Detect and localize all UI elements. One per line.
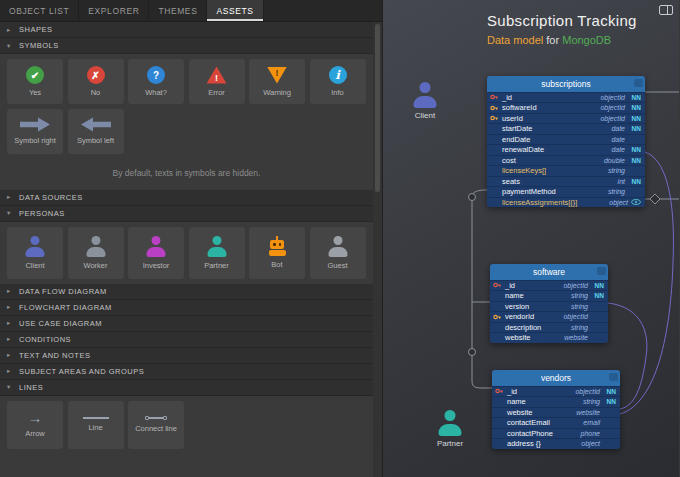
entity-header[interactable]: subscriptions bbox=[487, 76, 645, 92]
section-header-data-sources[interactable]: ▸ DATA SOURCES bbox=[0, 190, 373, 206]
tile-label: Client bbox=[25, 261, 44, 270]
tile-label: Worker bbox=[83, 261, 107, 270]
asset-tile-what[interactable]: ? What? bbox=[128, 59, 184, 104]
field-row[interactable]: address {} object bbox=[492, 438, 620, 449]
field-row[interactable]: website website bbox=[492, 407, 620, 418]
primary-key-icon bbox=[495, 387, 504, 395]
field-row[interactable]: cost double NN bbox=[487, 155, 645, 166]
field-row[interactable]: _id objectId NN bbox=[492, 386, 620, 397]
persona-tile-guest[interactable]: Guest bbox=[310, 227, 366, 279]
primary-key-icon bbox=[490, 93, 499, 101]
section-header-conditions[interactable]: ▸ CONDITIONS bbox=[0, 332, 373, 348]
foreign-key-icon bbox=[490, 114, 499, 122]
field-row[interactable]: endDate date bbox=[487, 134, 645, 145]
field-row[interactable]: _id objectId NN bbox=[487, 92, 645, 103]
field-name: _id bbox=[507, 387, 572, 396]
eye-icon bbox=[631, 199, 641, 205]
panel-toggle-icon[interactable] bbox=[659, 5, 673, 15]
field-name: licenseAssignments[{}] bbox=[502, 198, 606, 207]
field-row[interactable]: version string bbox=[490, 301, 608, 312]
diagram-subtitle: Data model for MongoDB bbox=[487, 34, 611, 46]
field-row[interactable]: description string bbox=[490, 322, 608, 333]
lines-tile-line[interactable]: Line bbox=[68, 401, 124, 449]
tile-label: Symbol right bbox=[14, 136, 56, 145]
persona-bust-icon bbox=[145, 236, 167, 257]
asset-tile-symbol-right[interactable]: Symbol right bbox=[7, 109, 63, 154]
field-type: objectId bbox=[563, 282, 588, 289]
field-row[interactable]: userId objectId NN bbox=[487, 113, 645, 124]
section-header-data-flow-diagram[interactable]: ▸ DATA FLOW DIAGRAM bbox=[0, 284, 373, 300]
section-header-symbols[interactable]: ▾ SYMBOLS bbox=[0, 38, 373, 54]
field-row[interactable]: name string NN bbox=[492, 396, 620, 407]
field-row[interactable]: vendorId objectId bbox=[490, 311, 608, 322]
scrollbar-thumb[interactable] bbox=[375, 24, 380, 192]
field-row[interactable]: name string NN bbox=[490, 290, 608, 301]
field-row[interactable]: seats int NN bbox=[487, 176, 645, 187]
field-name: contactEmail bbox=[507, 418, 580, 427]
persona-tile-investor[interactable]: Investor bbox=[128, 227, 184, 279]
entity-vendors[interactable]: vendors _id objectId NN name string NN bbox=[492, 370, 620, 449]
section-label: CONDITIONS bbox=[19, 335, 71, 344]
entity-collapse-button[interactable] bbox=[634, 79, 643, 87]
asset-tile-warning[interactable]: ! Warning bbox=[249, 59, 305, 104]
field-row[interactable]: renewalDate date NN bbox=[487, 144, 645, 155]
field-row[interactable]: licenseAssignments[{}] object bbox=[487, 197, 645, 208]
tab-explorer[interactable]: EXPLORER bbox=[79, 0, 149, 21]
asset-tile-no[interactable]: ✗ No bbox=[68, 59, 124, 104]
entity-subscriptions[interactable]: subscriptions _id objectId NN softwareId… bbox=[487, 76, 645, 207]
lines-tile-connect-line[interactable]: Connect line bbox=[128, 401, 184, 449]
asset-tile-info[interactable]: i Info bbox=[310, 59, 366, 104]
tab-assets[interactable]: ASSETS bbox=[207, 0, 263, 21]
persona-tile-client[interactable]: Client bbox=[7, 227, 63, 279]
chevron-right-icon: ▸ bbox=[7, 319, 14, 327]
entity-software[interactable]: software _id objectId NN name string NN bbox=[490, 264, 608, 343]
tile-label: Partner bbox=[204, 261, 229, 270]
tab-themes[interactable]: THEMES bbox=[149, 0, 207, 21]
field-row[interactable]: licenseKeys[] string bbox=[487, 165, 645, 176]
diagram-canvas[interactable]: Subscription Tracking Data model for Mon… bbox=[383, 0, 679, 477]
tile-label: Warning bbox=[263, 88, 291, 97]
field-type: objectId bbox=[600, 115, 625, 122]
field-row[interactable]: contactPhone phone bbox=[492, 428, 620, 439]
entity-collapse-button[interactable] bbox=[609, 373, 618, 381]
field-row[interactable]: softwareId objectId NN bbox=[487, 102, 645, 113]
tile-label: Connect line bbox=[135, 424, 177, 433]
section-header-personas[interactable]: ▾ PERSONAS bbox=[0, 206, 373, 222]
tile-label: Investor bbox=[143, 261, 170, 270]
entity-header[interactable]: vendors bbox=[492, 370, 620, 386]
field-type: string bbox=[608, 167, 625, 174]
section-header-shapes[interactable]: ▸ SHAPES bbox=[0, 22, 373, 38]
canvas-persona-partner[interactable]: Partner bbox=[434, 410, 466, 448]
field-name: name bbox=[505, 291, 568, 300]
field-row[interactable]: website website bbox=[490, 332, 608, 343]
section-header-lines[interactable]: ▾ LINES bbox=[0, 380, 373, 396]
entity-collapse-button[interactable] bbox=[597, 267, 606, 275]
entity-header[interactable]: software bbox=[490, 264, 608, 280]
arrow-left-symbol-icon bbox=[81, 117, 111, 132]
panel-scrollbar[interactable] bbox=[373, 22, 382, 477]
section-header-subject-areas-and-groups[interactable]: ▸ SUBJECT AREAS AND GROUPS bbox=[0, 364, 373, 380]
asset-tile-yes[interactable]: ✔ Yes bbox=[7, 59, 63, 104]
field-name: userId bbox=[502, 114, 597, 123]
field-row[interactable]: paymentMethod string bbox=[487, 186, 645, 197]
canvas-persona-client[interactable]: Client bbox=[409, 82, 441, 120]
cardinality-circle-marker bbox=[469, 349, 476, 356]
section-header-use-case-diagram[interactable]: ▸ USE CASE DIAGRAM bbox=[0, 316, 373, 332]
section-header-text-and-notes[interactable]: ▸ TEXT AND NOTES bbox=[0, 348, 373, 364]
persona-tile-worker[interactable]: Worker bbox=[68, 227, 124, 279]
robot-icon bbox=[266, 236, 288, 257]
field-row[interactable]: contactEmail email bbox=[492, 417, 620, 428]
asset-tile-error[interactable]: ! Error bbox=[189, 59, 245, 104]
section-header-flowchart-diagram[interactable]: ▸ FLOWCHART DIAGRAM bbox=[0, 300, 373, 316]
field-row[interactable]: _id objectId NN bbox=[490, 280, 608, 291]
field-name: vendorId bbox=[505, 312, 560, 321]
persona-tile-partner[interactable]: Partner bbox=[189, 227, 245, 279]
persona-tile-bot[interactable]: Bot bbox=[249, 227, 305, 279]
field-type: string bbox=[583, 398, 600, 405]
field-name: description bbox=[505, 323, 568, 332]
field-type: email bbox=[583, 419, 600, 426]
tab-object-list[interactable]: OBJECT LIST bbox=[0, 0, 79, 21]
lines-tile-arrow[interactable]: → Arrow bbox=[7, 401, 63, 449]
field-row[interactable]: startDate date NN bbox=[487, 123, 645, 134]
asset-tile-symbol-left[interactable]: Symbol left bbox=[68, 109, 124, 154]
